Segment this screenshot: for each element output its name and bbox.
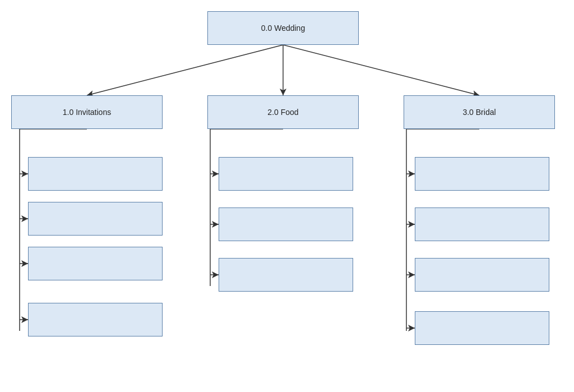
node-food: 2.0 Food <box>207 95 359 129</box>
n2-child-2 <box>219 207 353 241</box>
n1-child-1 <box>28 157 163 191</box>
n1-child-3 <box>28 247 163 280</box>
n3-child-1 <box>415 157 549 191</box>
n3-child-3 <box>415 258 549 292</box>
svg-line-0 <box>87 45 283 95</box>
bridal-label: 3.0 Bridal <box>462 108 496 117</box>
n2-child-1 <box>219 157 353 191</box>
root-node: 0.0 Wedding <box>207 11 359 45</box>
diagram-container: 0.0 Wedding 1.0 Invitations 2.0 Food 3.0… <box>0 0 574 392</box>
n3-child-2 <box>415 207 549 241</box>
n1-child-4 <box>28 303 163 336</box>
n1-child-2 <box>28 202 163 236</box>
n2-child-3 <box>219 258 353 292</box>
food-label: 2.0 Food <box>267 108 298 117</box>
svg-line-2 <box>283 45 479 95</box>
root-label: 0.0 Wedding <box>261 24 305 33</box>
node-invitations: 1.0 Invitations <box>11 95 163 129</box>
invitations-label: 1.0 Invitations <box>63 108 111 117</box>
node-bridal: 3.0 Bridal <box>404 95 555 129</box>
n3-child-4 <box>415 311 549 345</box>
